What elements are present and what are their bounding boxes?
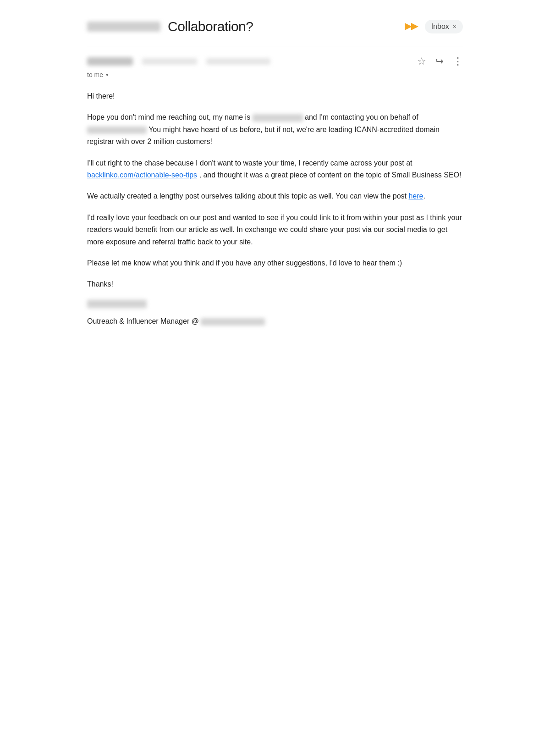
backlinko-link[interactable]: backlinko.com/actionable-seo-tips bbox=[87, 171, 197, 179]
outreach-title-text: Outreach & Influencer Manager @ bbox=[87, 317, 199, 325]
sender-domain-blurred bbox=[87, 22, 160, 32]
forward-arrow-icon bbox=[405, 21, 419, 32]
svg-marker-1 bbox=[411, 23, 418, 30]
star-icon[interactable]: ☆ bbox=[417, 55, 426, 67]
thanks-paragraph: Thanks! bbox=[87, 278, 463, 290]
email-subject: Collaboration? bbox=[168, 19, 253, 34]
post-paragraph: We actually created a lengthy post ourse… bbox=[87, 190, 463, 202]
greeting-text: Hi there! bbox=[87, 92, 115, 100]
outreach-title-line: Outreach & Influencer Manager @ bbox=[87, 315, 463, 327]
to-me-label: to me bbox=[87, 71, 103, 78]
inbox-label: Inbox bbox=[431, 22, 449, 31]
suggestions-paragraph: Please let me know what you think and if… bbox=[87, 257, 463, 269]
post-start: We actually created a lengthy post ourse… bbox=[87, 192, 407, 200]
greeting-paragraph: Hi there! bbox=[87, 90, 463, 102]
to-me-row[interactable]: to me ▾ bbox=[87, 69, 463, 86]
sender-row: ☆ ↩ ⋮ bbox=[87, 46, 463, 69]
inbox-close-button[interactable]: × bbox=[453, 23, 456, 30]
header-right: Inbox × bbox=[404, 18, 463, 35]
feedback-text: I'd really love your feedback on our pos… bbox=[87, 214, 462, 246]
action-icons: ☆ ↩ ⋮ bbox=[417, 55, 463, 67]
more-options-icon[interactable]: ⋮ bbox=[453, 55, 463, 67]
sender-name-blurred bbox=[87, 57, 133, 66]
email-body: Hi there! Hope you don't mind me reachin… bbox=[87, 86, 463, 332]
forward-icon-button[interactable] bbox=[404, 18, 420, 35]
to-me-dropdown-arrow[interactable]: ▾ bbox=[106, 72, 109, 78]
backlinko-end: , and thought it was a great piece of co… bbox=[199, 171, 462, 179]
thanks-text: Thanks! bbox=[87, 280, 113, 288]
svg-marker-0 bbox=[405, 23, 412, 30]
post-end: . bbox=[423, 192, 425, 200]
sender-time-blurred bbox=[206, 58, 270, 65]
intro-paragraph: Hope you don't mind me reaching out, my … bbox=[87, 111, 463, 148]
suggestions-text: Please let me know what you think and if… bbox=[87, 259, 402, 267]
reply-icon[interactable]: ↩ bbox=[435, 55, 444, 67]
sender-name-inline-blurred bbox=[253, 114, 303, 121]
backlinko-paragraph: I'll cut right to the chase because I do… bbox=[87, 157, 463, 182]
sender-meta-blurred bbox=[142, 58, 197, 65]
intro-start: Hope you don't mind me reaching out, my … bbox=[87, 113, 250, 121]
here-link[interactable]: here bbox=[408, 192, 423, 200]
signature-block: Outreach & Influencer Manager @ bbox=[87, 300, 463, 328]
feedback-paragraph: I'd really love your feedback on our pos… bbox=[87, 212, 463, 248]
signature-name-blurred bbox=[87, 300, 147, 308]
header-left: Collaboration? bbox=[87, 19, 253, 34]
email-header: Collaboration? Inbox × bbox=[87, 9, 463, 46]
company-domain-blurred bbox=[87, 127, 147, 134]
backlinko-start: I'll cut right to the chase because I do… bbox=[87, 159, 412, 167]
email-container: Collaboration? Inbox × ☆ ↩ bbox=[69, 0, 481, 341]
intro-mid: and I'm contacting you on behalf of bbox=[305, 113, 418, 121]
sender-info bbox=[87, 57, 270, 66]
inbox-badge[interactable]: Inbox × bbox=[425, 20, 463, 33]
outreach-company-blurred bbox=[201, 318, 265, 326]
